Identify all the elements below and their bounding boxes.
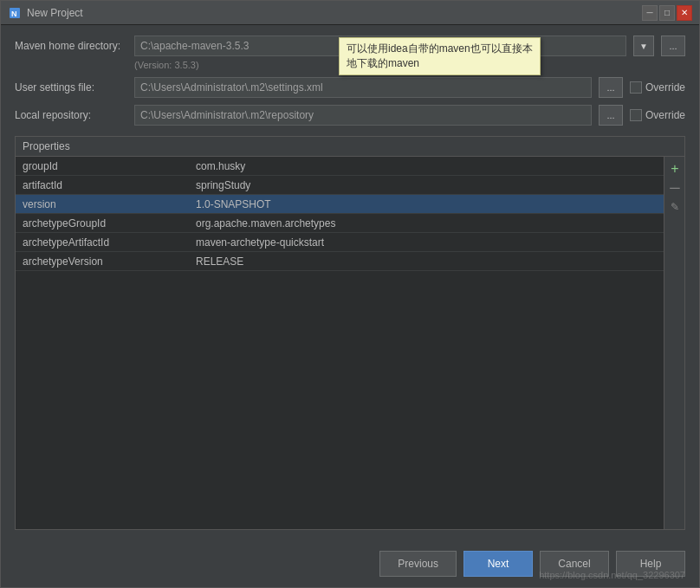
maven-dropdown-button[interactable]: ▼: [633, 36, 654, 56]
prop-value: com.husky: [189, 160, 664, 172]
properties-table: groupId com.husky artifactId springStudy…: [16, 157, 664, 529]
prop-value: maven-archetype-quickstart: [189, 236, 664, 249]
prop-key: archetypeVersion: [16, 255, 189, 268]
local-repo-override-label: Override: [645, 109, 685, 121]
maximize-button[interactable]: □: [659, 5, 675, 21]
user-settings-override-group: Override: [630, 81, 685, 94]
table-row[interactable]: archetypeVersion RELEASE: [16, 252, 664, 271]
window-controls: ─ □ ✕: [642, 5, 692, 21]
local-repo-override-checkbox[interactable]: [630, 109, 642, 121]
side-actions: + ─ ✎: [664, 157, 684, 529]
user-settings-override-label: Override: [645, 81, 685, 94]
properties-body: groupId com.husky artifactId springStudy…: [16, 157, 684, 529]
add-property-button[interactable]: +: [666, 160, 684, 178]
prop-key: archetypeGroupId: [16, 217, 189, 229]
prop-key: groupId: [16, 160, 189, 172]
local-repo-row: Local repository: ... Override: [15, 105, 685, 126]
user-settings-browse-button[interactable]: ...: [599, 77, 623, 98]
table-row[interactable]: archetypeArtifactId maven-archetype-quic…: [16, 233, 664, 252]
cancel-button[interactable]: Cancel: [540, 551, 609, 577]
table-row[interactable]: groupId com.husky: [16, 157, 664, 176]
remove-property-button[interactable]: ─: [666, 179, 684, 197]
local-repo-label: Local repository:: [15, 109, 127, 121]
tooltip-line1: 可以使用idea自带的maven也可以直接本: [347, 42, 533, 56]
maven-browse-button[interactable]: ...: [661, 36, 685, 56]
prop-value: RELEASE: [189, 255, 664, 268]
main-window: N New Project ─ □ ✕ Maven home directory…: [0, 0, 700, 588]
close-button[interactable]: ✕: [677, 5, 692, 21]
tooltip-line2: 地下载的maven: [347, 56, 533, 71]
window-icon: N: [8, 6, 22, 20]
user-settings-input[interactable]: [134, 77, 592, 98]
edit-property-button[interactable]: ✎: [666, 198, 684, 216]
table-row[interactable]: version 1.0-SNAPSHOT: [16, 195, 664, 214]
local-repo-override-group: Override: [630, 109, 685, 121]
window-title: New Project: [27, 7, 642, 19]
title-bar: N New Project ─ □ ✕: [1, 1, 699, 25]
minimize-button[interactable]: ─: [642, 5, 658, 21]
footer: Previous Next Cancel Help: [1, 540, 699, 587]
previous-button[interactable]: Previous: [379, 551, 457, 577]
user-settings-row: User settings file: ... Override: [15, 77, 685, 98]
next-button[interactable]: Next: [463, 551, 533, 577]
properties-header: Properties: [16, 137, 684, 157]
prop-key: version: [16, 198, 189, 210]
local-repo-input[interactable]: [134, 105, 592, 126]
properties-section: Properties groupId com.husky artifactId …: [15, 136, 685, 530]
maven-tooltip: 可以使用idea自带的maven也可以直接本 地下载的maven: [339, 37, 541, 75]
content-area: Maven home directory: ▼ ... 可以使用idea自带的m…: [1, 25, 699, 540]
prop-value: 1.0-SNAPSHOT: [189, 198, 664, 210]
table-row[interactable]: artifactId springStudy: [16, 176, 664, 195]
maven-home-label: Maven home directory:: [15, 40, 127, 52]
user-settings-label: User settings file:: [15, 81, 127, 94]
prop-key: artifactId: [16, 179, 189, 191]
prop-value: org.apache.maven.archetypes: [189, 217, 664, 229]
prop-value: springStudy: [189, 179, 664, 191]
svg-text:N: N: [11, 10, 17, 18]
prop-key: archetypeArtifactId: [16, 236, 189, 249]
local-repo-browse-button[interactable]: ...: [599, 105, 623, 126]
help-button[interactable]: Help: [616, 551, 685, 577]
table-row[interactable]: archetypeGroupId org.apache.maven.archet…: [16, 214, 664, 233]
user-settings-override-checkbox[interactable]: [630, 81, 642, 94]
